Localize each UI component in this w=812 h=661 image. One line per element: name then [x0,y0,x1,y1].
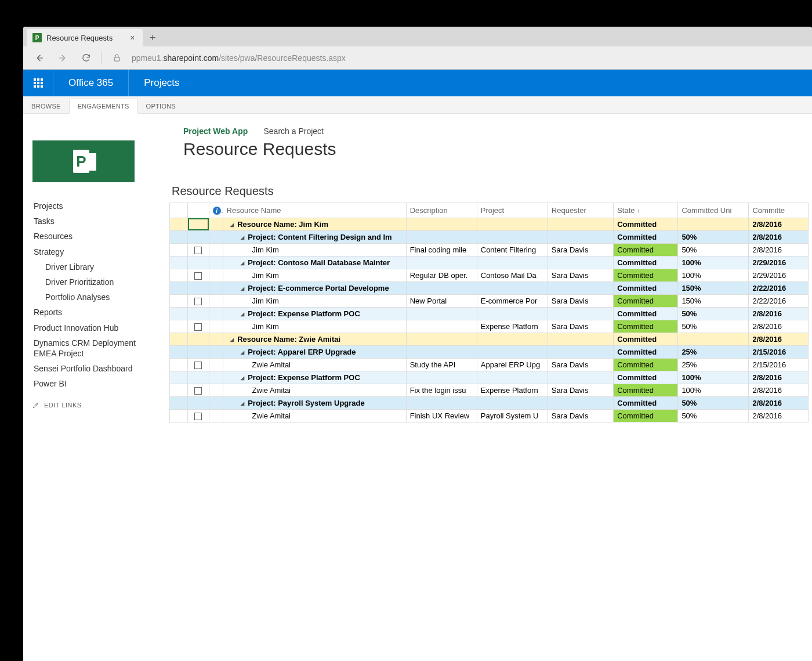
brand-label[interactable]: Office 365 [53,70,129,96]
row-checkbox[interactable] [194,272,202,280]
row-checkbox[interactable] [194,413,202,420]
resource-name-cell: Zwie Amitai [227,360,291,369]
date-cell: 2/8/2016 [749,320,809,333]
ribbon-tab-engagements[interactable]: ENGAGEMENTS [69,99,138,114]
page-title: Resource Requests [183,139,812,159]
ribbon-tab-options[interactable]: OPTIONS [138,99,184,113]
grid-leaf-row[interactable]: Zwie AmitaiFinish UX ReviewPayroll Syste… [170,410,809,422]
col-info[interactable]: i [209,203,223,218]
app-name[interactable]: Projects [129,77,194,89]
grid-header-row: i Resource Name Description Project Requ… [170,203,809,218]
grid-leaf-row[interactable]: Jim KimExpense PlatfornSara DavisCommitt… [170,320,809,333]
back-button[interactable] [31,50,48,66]
grid-group-label: ◢ Project: Expense Platform POC [227,373,360,382]
row-checkbox[interactable] [194,323,202,331]
lock-icon [108,50,125,66]
col-requester[interactable]: Requester [548,203,613,218]
description-cell: Study the API [406,359,477,371]
requester-cell: Sara Davis [548,359,613,371]
nav-item-resources[interactable]: Resources [32,229,161,244]
edit-links-button[interactable]: EDIT LINKS [32,402,161,409]
nav-item-product-innovation-hub[interactable]: Product Innovation Hub [32,320,161,335]
grid-group-row[interactable]: ◢ Resource Name: Zwie AmitaiCommitted2/8… [170,333,809,346]
resource-name-cell: Zwie Amitai [227,411,291,420]
state-cell: Committed [614,384,678,397]
grid-group-row[interactable]: ◢ Resource Name: Jim KimCommitted2/8/201… [170,218,809,231]
grid-group-row[interactable]: ◢ Project: Contoso Mail Database Mainter… [170,257,809,269]
description-cell [406,320,477,333]
requester-cell: Sara Davis [548,244,613,257]
nav-item-power-bi[interactable]: Power BI [32,376,161,391]
grid-group-row[interactable]: ◢ Project: Content Filtering Design and … [170,231,809,244]
nav-item-tasks[interactable]: Tasks [32,214,161,229]
grid-leaf-row[interactable]: Jim KimNew PortalE-commerce PorSara Davi… [170,295,809,308]
nav-item-driver-prioritization[interactable]: Driver Prioritization [32,274,161,290]
project-logo [32,140,135,182]
row-checkbox[interactable] [194,298,202,305]
col-project[interactable]: Project [477,203,548,218]
new-tab-button[interactable]: + [143,29,162,46]
description-cell: New Portal [406,295,477,308]
col-description[interactable]: Description [406,203,477,218]
col-resource-name[interactable]: Resource Name [223,203,406,218]
suite-bar: Office 365 Projects [23,70,812,96]
state-cell: Committed [614,410,678,422]
project-favicon-icon: P [32,33,42,42]
grid-group-row[interactable]: ◢ Project: Expense Platform POCCommitted… [170,308,809,320]
breadcrumb-app-link[interactable]: Project Web App [183,127,248,136]
col-committed-date[interactable]: Committe [749,203,809,218]
info-icon: i [213,207,221,215]
date-cell: 2/8/2016 [749,244,809,257]
row-checkbox[interactable] [194,387,202,395]
grid-leaf-row[interactable]: Jim KimRegular DB oper.Contoso Mail DaSa… [170,269,809,282]
nav-item-dynamics-crm-deployment-emea-project[interactable]: Dynamics CRM Deployment EMEA Project [32,335,161,361]
state-cell: Committed [614,320,678,333]
project-cell: Contoso Mail Da [477,269,548,282]
col-checkbox[interactable] [187,203,209,218]
nav-item-portfolio-analyses[interactable]: Portfolio Analyses [32,290,161,305]
waffle-icon [34,78,43,88]
grid-group-label: ◢ Resource Name: Jim Kim [227,220,328,229]
nav-item-reports[interactable]: Reports [32,305,161,320]
resource-name-cell: Jim Kim [227,271,279,280]
sort-asc-icon: ↑ [637,208,640,214]
units-cell: 25% [678,359,749,371]
grid-group-row[interactable]: ◢ Project: Payroll System UpgradeCommitt… [170,397,809,410]
grid-group-label: ◢ Project: Apparel ERP Upgrade [227,348,356,356]
nav-item-driver-library[interactable]: Driver Library [32,259,161,274]
grid-group-row[interactable]: ◢ Project: E-commerce Portal DevelopmeCo… [170,282,809,295]
col-select[interactable] [170,203,188,218]
date-cell: 2/8/2016 [749,384,809,397]
nav-item-projects[interactable]: Projects [32,198,161,214]
project-cell: Expense Platforn [477,384,548,397]
grid-group-row[interactable]: ◢ Project: Apparel ERP UpgradeCommitted2… [170,346,809,359]
col-state[interactable]: State ↑ [614,203,678,218]
row-checkbox[interactable] [194,362,202,369]
close-tab-icon[interactable]: × [130,33,135,42]
row-checkbox[interactable] [194,247,202,254]
units-cell: 100% [678,384,749,397]
url-post: /sites/pwa/ResourceRequests.aspx [219,53,346,63]
search-project-link[interactable]: Search a Project [263,127,324,136]
grid-group-label: ◢ Resource Name: Zwie Amitai [227,335,341,344]
grid-group-label: ◢ Project: E-commerce Portal Developme [227,284,389,292]
forward-button[interactable] [55,50,71,66]
grid-leaf-row[interactable]: Zwie AmitaiFix the login issuExpense Pla… [170,384,809,397]
browser-tab-bar: P Resource Requests × + [23,27,812,46]
grid-leaf-row[interactable]: Jim KimFinal coding mileContent Filterin… [170,244,809,257]
pencil-icon [32,402,39,409]
nav-item-strategy[interactable]: Strategy [32,244,161,259]
url-field[interactable]: ppmeu1.sharepoint.com/sites/pwa/Resource… [132,53,807,63]
browser-tab[interactable]: P Resource Requests × [27,29,143,46]
app-launcher-button[interactable] [23,70,53,96]
requester-cell: Sara Davis [548,269,613,282]
ribbon-tab-browse[interactable]: BROWSE [23,99,69,113]
refresh-button[interactable] [78,50,94,66]
project-cell: Content Filtering [477,244,548,257]
col-committed-units[interactable]: Committed Uni [678,203,749,218]
left-nav: ProjectsTasksResourcesStrategyDriver Lib… [23,114,169,661]
grid-leaf-row[interactable]: Zwie AmitaiStudy the APIApparel ERP UpgS… [170,359,809,371]
grid-group-row[interactable]: ◢ Project: Expense Platform POCCommitted… [170,371,809,384]
description-cell: Finish UX Review [406,410,477,422]
nav-item-sensei-portfolio-dashboard[interactable]: Sensei Portfolio Dashboard [32,361,161,376]
